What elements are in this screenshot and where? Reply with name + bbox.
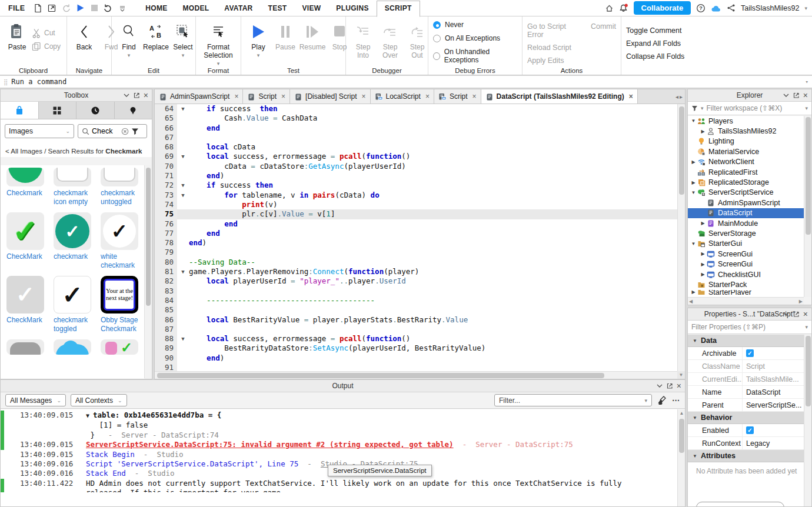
code-line-65[interactable]: 65 Cash.Value = CashData [155, 114, 677, 123]
code-line-86[interactable]: 86 local BestRarityValue = player.player… [155, 315, 677, 325]
toolbox-result-item[interactable]: ✓checkmark toggled [54, 276, 99, 333]
expanded-arrow-icon[interactable]: ▼ [690, 190, 697, 195]
clear-search-icon[interactable] [121, 128, 129, 135]
filter-funnel-icon[interactable] [131, 128, 139, 135]
account-caret-icon[interactable]: ▾ [804, 5, 807, 11]
cut-button[interactable]: Cut [32, 28, 61, 38]
properties-filter[interactable]: Filter Properties (⇧⌘P) ▾ [688, 321, 811, 334]
scrollbar-thumb[interactable] [806, 117, 811, 235]
tab-view[interactable]: VIEW [294, 1, 328, 15]
output-log[interactable]: 13:40:09.015▼ table: 0xb14e65631e4dd7ba … [1, 409, 677, 506]
toolbox-result-item[interactable] [6, 339, 52, 355]
toolbox-result-label[interactable]: white checkmark [101, 252, 144, 270]
popout-icon[interactable] [793, 311, 799, 317]
close-icon[interactable]: × [803, 92, 808, 98]
toolbox-result-label[interactable]: CheckMark [6, 316, 52, 325]
undo-icon[interactable] [102, 2, 115, 15]
toolbox-scrollbar[interactable] [144, 165, 151, 378]
quick-access-caret-icon[interactable] [116, 2, 129, 15]
command-bar[interactable]: ⣿ Run a command ▾ [0, 76, 812, 88]
fold-arrow-icon[interactable]: ▼ [177, 104, 189, 114]
explorer-horizontal-scrollbar[interactable]: ◀▶ [688, 297, 804, 305]
code-line-68[interactable]: 68 local cData [155, 142, 677, 152]
scrollbar-down-arrow-icon[interactable]: ▼ [677, 371, 685, 379]
toolbox-result-label[interactable]: Obby Stage Checkmark [101, 316, 144, 333]
tab-script[interactable]: SCRIPT [377, 1, 420, 17]
toolbox-result-item[interactable]: ✓CheckMark [6, 212, 52, 270]
properties-vertical-scrollbar[interactable] [804, 335, 811, 506]
user-account[interactable]: TailsSlashMiles92 [741, 4, 799, 12]
replace-button[interactable]: AB Replace [144, 21, 168, 51]
toolbox-thumbnail-outline-square-clip[interactable] [101, 168, 138, 186]
scroll-right-icon[interactable]: ▶ [799, 299, 803, 304]
toolbox-result-label[interactable]: CheckMark [6, 252, 52, 261]
fold-arrow-icon[interactable]: ▼ [177, 334, 189, 343]
explorer-item-datascript[interactable]: DataScript [688, 208, 804, 218]
toolbox-result-label[interactable]: checkmark [54, 252, 99, 261]
code-line-69[interactable]: 69▼ local success, errormessage = pcall(… [155, 152, 677, 161]
output-row[interactable]: 13:40:09.015ServerScriptService.DataScri… [1, 440, 677, 449]
toolbox-result-item[interactable]: Your at thenext stage!Obby Stage Checkma… [101, 276, 144, 333]
code-line-76[interactable]: 76 end [155, 219, 677, 229]
scrollbar-thumb[interactable] [806, 336, 811, 406]
toolbox-result-item[interactable]: ✓ [101, 339, 144, 355]
toolbox-thumbnail-outline-square-clip[interactable] [54, 168, 91, 186]
toolbox-result-item[interactable]: ✓checkmark [54, 212, 99, 270]
tab-model[interactable]: MODEL [175, 1, 217, 15]
code-line-79[interactable]: 79 [155, 248, 677, 257]
expanded-arrow-icon[interactable]: ▼ [690, 241, 697, 246]
close-icon[interactable]: × [803, 311, 808, 317]
scrollbar-thumb[interactable] [679, 419, 684, 453]
scroll-tabs-left-icon[interactable]: ◂ [675, 94, 678, 100]
close-tab-icon[interactable]: × [234, 92, 238, 101]
tab-scroll-arrows[interactable]: ◂▸ [673, 89, 685, 104]
back-button[interactable]: Back [72, 21, 96, 51]
collapse-all-folds-button[interactable]: Collapse All Folds [626, 51, 684, 62]
code-line-85[interactable]: 85 [155, 305, 677, 315]
toolbox-result-item[interactable] [54, 339, 99, 355]
code-line-87[interactable]: 87 [155, 325, 677, 334]
output-row[interactable]: [1] = false [1, 421, 677, 430]
contexts-filter-select[interactable]: All Contexts ⌄ [71, 394, 127, 406]
collapsed-arrow-icon[interactable]: ▶ [700, 272, 706, 277]
editor-horizontal-scrollbar[interactable] [155, 371, 677, 379]
category-select[interactable]: Images ⌄ [5, 124, 74, 138]
code-line-83[interactable]: 83 [155, 286, 677, 296]
goto-script-error-button[interactable]: Go to Script Error [527, 21, 583, 40]
toolbox-result-item[interactable]: checkmark untoggled [101, 168, 144, 206]
share-icon[interactable] [727, 4, 736, 12]
editor-tab-1[interactable]: AdminSpawnScript× [155, 89, 243, 104]
close-tab-icon[interactable]: × [472, 92, 477, 101]
toolbox-result-item[interactable]: ✓white checkmark [101, 212, 144, 270]
tab-home[interactable]: HOME [138, 1, 175, 15]
tab-marketplace[interactable] [1, 102, 39, 119]
file-menu[interactable]: FILE [8, 4, 25, 12]
tab-plugins[interactable]: PLUGINS [328, 1, 376, 15]
resume-button[interactable]: Resume [300, 21, 325, 51]
redo-icon[interactable] [59, 2, 72, 15]
editor-tab-6[interactable]: DataScript (TailsSlashMiles92 Editing)× [481, 89, 638, 104]
code-line-82[interactable]: 82 local playerUserId = "player_"..playe… [155, 276, 677, 286]
commit-button[interactable]: Commit [591, 21, 616, 40]
explorer-item-screengui[interactable]: ▶ScreenGui [688, 249, 804, 259]
explorer-item-serverscriptservice[interactable]: ▼ServerScriptService [688, 188, 804, 198]
search-input[interactable] [92, 127, 119, 135]
output-row[interactable]: 13:40:09.015Stack Begin - Studio [1, 450, 677, 459]
explorer-item-mainmodule[interactable]: ▶MainModule [688, 218, 804, 228]
explorer-item-replicatedstorage[interactable]: ▶ReplicatedStorage [688, 177, 804, 187]
toggle-comment-button[interactable]: Toggle Comment [626, 25, 682, 36]
fold-arrow-icon[interactable]: ▼ [177, 181, 189, 190]
explorer-item-tailsslashmiles92[interactable]: ▶TailsSlashMiles92 [688, 126, 804, 136]
editor-vertical-scrollbar[interactable] [677, 104, 685, 371]
code-line-91[interactable]: 91 [155, 363, 677, 371]
tab-inventory[interactable] [39, 102, 77, 119]
fold-arrow-icon[interactable]: ▼ [177, 191, 189, 200]
debug-errors-unhandled-radio[interactable]: On Unhandled Exceptions [433, 48, 517, 64]
property-value[interactable]: DataScript [742, 386, 804, 398]
toolbox-result-label[interactable]: Checkmark [6, 189, 52, 198]
breadcrumb[interactable]: < All Images / Search Results for Checkm… [1, 143, 152, 157]
property-value[interactable]: ServerScriptSe... [742, 399, 804, 411]
code-line-84[interactable]: 84 -------------------------------------… [155, 296, 677, 305]
toolbox-thumbnail-green-3d-check[interactable]: ✓ [6, 212, 44, 250]
explorer-item-lighting[interactable]: Lighting [688, 136, 804, 146]
